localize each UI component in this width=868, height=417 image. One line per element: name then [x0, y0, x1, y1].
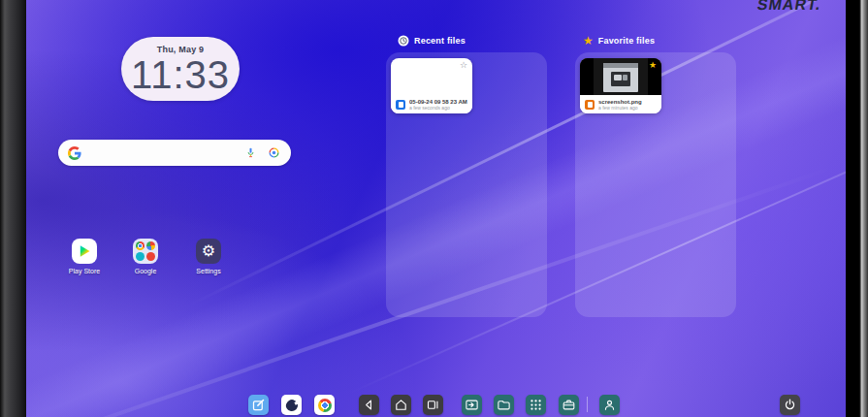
gmail-mini-icon	[146, 252, 155, 261]
file-meta: a few minutes ago	[598, 105, 642, 111]
photos-mini-icon	[146, 241, 155, 250]
star-outline-icon[interactable]: ☆	[460, 61, 467, 70]
clock-date: Thu, May 9	[157, 45, 205, 54]
google-lens-icon[interactable]	[268, 146, 280, 159]
app-label: Google	[135, 268, 157, 274]
chrome-mini-icon	[136, 241, 145, 250]
power-button[interactable]	[780, 395, 800, 415]
back-icon	[362, 398, 376, 412]
gear-glyph: ⚙	[202, 243, 215, 259]
recent-files-header: Recent files	[398, 35, 466, 47]
recent-apps-button[interactable]	[423, 395, 443, 415]
star-filled-icon[interactable]: ★	[649, 61, 657, 70]
home-screen: Thu, May 9 11:33	[26, 0, 846, 417]
play-store-icon	[72, 239, 97, 264]
whiteboard-app-button[interactable]	[248, 395, 269, 415]
power-icon	[783, 398, 797, 412]
apps-grid-icon	[529, 398, 543, 412]
recent-file-card[interactable]: ☆ 05-09-24 09 58 23 AM a few seconds ago	[391, 58, 472, 113]
image-file-icon	[585, 100, 595, 110]
chrome-icon	[318, 399, 332, 412]
app-label: Settings	[196, 268, 220, 274]
bezel-left	[0, 0, 26, 417]
file-meta: a few seconds ago	[409, 105, 467, 111]
whiteboard-icon	[251, 398, 266, 412]
recent-apps-icon	[426, 398, 440, 412]
google-g-icon	[68, 146, 81, 160]
clock-time: 11:33	[131, 55, 230, 94]
whiteboard-file-icon	[396, 100, 405, 110]
favorite-files-header: ★ Favorite files	[583, 35, 655, 47]
smart-logo: SMART.	[755, 0, 822, 14]
toolbox-icon	[562, 398, 576, 412]
google-folder-icon	[133, 239, 158, 264]
bezel-right	[846, 0, 868, 417]
input-source-icon	[465, 398, 479, 412]
mic-icon[interactable]	[244, 146, 257, 159]
home-icon	[394, 398, 408, 412]
taskbar-divider	[587, 397, 588, 412]
chrome-app-button[interactable]	[314, 395, 335, 415]
back-button[interactable]	[359, 395, 379, 415]
recent-files-title: Recent files	[414, 36, 466, 46]
settings-gear-icon: ⚙	[196, 239, 221, 264]
app-label: Play Store	[69, 268, 100, 274]
favorite-files-title: Favorite files	[598, 36, 655, 46]
toolbox-button[interactable]	[559, 395, 579, 415]
folder-icon	[497, 398, 511, 412]
home-button[interactable]	[391, 395, 411, 415]
person-icon	[602, 398, 617, 412]
clock-widget[interactable]: Thu, May 9 11:33	[121, 37, 240, 101]
all-apps-button[interactable]	[526, 395, 546, 415]
clock-icon	[398, 35, 409, 47]
google-search-bar[interactable]	[58, 140, 291, 166]
duo-mini-icon	[136, 252, 145, 261]
favorite-file-card[interactable]: ★ screenshot.png a few minutes ago	[580, 58, 661, 113]
star-icon: ★	[583, 35, 594, 47]
app-folder-google[interactable]: Google	[120, 239, 171, 274]
account-button[interactable]	[599, 395, 620, 415]
lumio-icon	[284, 398, 299, 412]
lumio-app-button[interactable]	[281, 395, 302, 415]
app-play-store[interactable]: Play Store	[59, 239, 110, 274]
input-source-button[interactable]	[462, 395, 482, 415]
app-settings[interactable]: ⚙ Settings	[183, 239, 234, 274]
files-button[interactable]	[494, 395, 514, 415]
smart-board-display: Thu, May 9 11:33	[0, 0, 868, 417]
